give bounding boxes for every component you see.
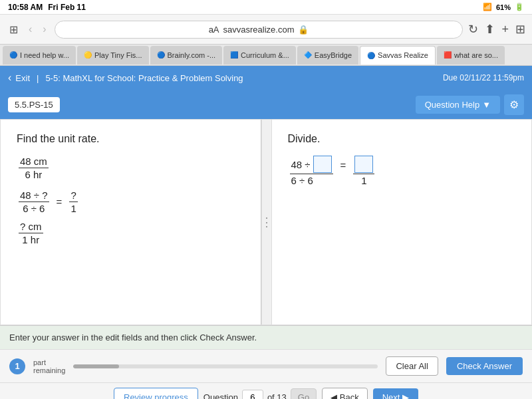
question-help-button[interactable]: Question Help ▼ [416,96,500,114]
question-label: Question [203,392,238,399]
reload-button[interactable]: ↻ [468,22,478,37]
check-answer-button[interactable]: Check Answer [446,357,523,375]
tab-4-label: Curriculum &... [241,51,289,59]
panel-divider: ⋮ [261,120,272,325]
back-button[interactable]: ◀ Back [322,388,368,399]
question-help-label: Question Help [425,100,479,110]
add-tab-button[interactable]: + [501,23,509,37]
exit-button[interactable]: Exit [15,73,30,83]
tab-3-label: Brainly.com -... [168,51,216,59]
result-numerator: ? [69,190,77,202]
battery-icon: 🔋 [515,3,524,11]
result-fraction-den: 1 hr [21,233,41,245]
input-box-1[interactable] [313,156,332,173]
dropdown-icon: ▼ [482,100,491,110]
part-label: part remaining [33,358,65,374]
new-tab-button[interactable]: ⊞ [7,22,21,37]
fraction-numerator-1: 48 cm [19,156,49,168]
settings-button[interactable]: ⚙ [504,94,524,115]
gear-icon: ⚙ [509,99,519,110]
wifi-icon: 📶 [483,3,492,11]
divide-title: Divide. [288,133,516,145]
main-content: Find the unit rate. 48 cm 6 hr 48 ÷ ? 6 … [0,119,532,325]
back-chevron-icon: ‹ [8,72,11,84]
equals-sign-1: = [57,196,63,207]
division-line-1: 48 ÷ ? 6 ÷ 6 = ? 1 [17,190,245,214]
result-fraction: ? cm 1 hr [17,221,245,245]
tab-7-label: what are so... [454,51,498,59]
divide-48: 48 ÷ [291,159,311,170]
tab-2-favicon: 🟡 [84,51,92,59]
left-panel: Find the unit rate. 48 cm 6 hr 48 ÷ ? 6 … [1,120,261,325]
fraction-denominator-1: 6 hr [24,168,44,180]
result-fraction-num: ? cm [19,221,43,233]
part-label-text: part [33,358,65,366]
instruction-bar: Enter your answer in the edit fields and… [0,325,532,349]
question-id: 5.5.PS-15 [8,97,60,112]
status-time: 10:58 AM [8,3,43,12]
status-day: Fri Feb 11 [48,3,86,12]
instruction-text: Enter your answer in the edit fields and… [9,332,257,342]
nav-bar: ‹ Exit | 5-5: MathXL for School: Practic… [0,66,532,90]
result-box-row [353,156,374,174]
divide-top-row: 48 ÷ [290,156,333,174]
input-box-2[interactable] [354,156,373,173]
go-button[interactable]: Go [291,388,317,399]
nav-breadcrumb: 5-5: MathXL for School: Practice & Probl… [45,73,243,83]
progress-area: 1 part remaining Clear All Check Answer [0,349,532,382]
tab-2[interactable]: 🟡 Play Tiny Fis... [77,46,149,65]
tab-5[interactable]: 🔷 EasyBridge [297,46,358,65]
tabs-overview-button[interactable]: ⊞ [515,22,525,37]
battery-level: 61% [496,3,511,11]
tab-4-favicon: 🟦 [230,51,238,59]
review-progress-button[interactable]: Review progress [114,388,198,399]
tab-7-favicon: 🟥 [444,51,452,59]
nav-separator: | [37,73,39,83]
equals-sign-2: = [340,160,346,171]
font-size-control[interactable]: aA [209,25,219,35]
clear-all-button[interactable]: Clear All [386,356,438,376]
divide-bottom-row: 6 ÷ 6 [290,174,315,186]
tab-5-label: EasyBridge [315,51,352,59]
right-panel: Divide. 48 ÷ 6 ÷ 6 = 1 [272,120,532,325]
status-bar: 10:58 AM Fri Feb 11 📶 61% 🔋 [0,0,532,15]
question-number-input[interactable] [242,390,263,399]
bottom-nav: Review progress Question of 13 Go ◀ Back… [0,382,532,399]
tabs-bar: 🔵 I need help w... 🟡 Play Tiny Fis... 🔵 … [0,45,532,66]
progress-bar-fill [73,364,119,368]
share-button[interactable]: ⬆ [485,22,495,37]
tab-savvas-label: Savvas Realize [378,51,428,59]
url-text: savvasrealize.com [223,25,295,35]
div-denominator: 6 ÷ 6 [21,202,46,214]
tab-3[interactable]: 🔵 Brainly.com -... [150,46,223,65]
of-label: of 13 [267,392,287,399]
lock-icon: 🔒 [298,25,309,35]
question-header: 5.5.PS-15 Question Help ▼ ⚙ [0,90,532,119]
tab-savvas[interactable]: 🔵 Savvas Realize [360,46,436,65]
tab-2-label: Play Tiny Fis... [94,51,142,59]
divide-expression: 48 ÷ 6 ÷ 6 = 1 [288,156,516,186]
tab-7[interactable]: 🟥 what are so... [437,46,505,65]
result-denominator: 1 [69,202,77,214]
next-button[interactable]: Next ▶ [373,388,418,399]
fraction-48cm-6hr: 48 cm 6 hr [17,156,245,180]
forward-browser-button[interactable]: › [40,22,49,37]
due-date: Due 02/11/22 11:59pm [443,73,524,82]
question-nav: Question of 13 Go [203,388,317,399]
tab-5-favicon: 🔷 [304,51,312,59]
div-numerator: 48 ÷ ? [19,190,49,202]
problem-title: Find the unit rate. [17,133,245,145]
tab-1[interactable]: 🔵 I need help w... [3,46,76,65]
tab-1-favicon: 🔵 [9,51,17,59]
browser-chrome: ⊞ ‹ › aA savvasrealize.com 🔒 ↻ ⬆ + ⊞ [0,15,532,45]
back-browser-button[interactable]: ‹ [26,22,35,37]
remaining-label: remaining [33,366,65,374]
tab-savvas-favicon: 🔵 [367,52,375,59]
tab-1-label: I need help w... [20,51,69,59]
tab-3-favicon: 🔵 [157,51,165,59]
part-number: 1 [9,358,25,374]
progress-bar-container [73,364,378,368]
address-bar[interactable]: aA savvasrealize.com 🔒 [55,21,464,39]
handle-dots: ⋮ [261,215,273,229]
tab-4[interactable]: 🟦 Curriculum &... [223,46,296,65]
